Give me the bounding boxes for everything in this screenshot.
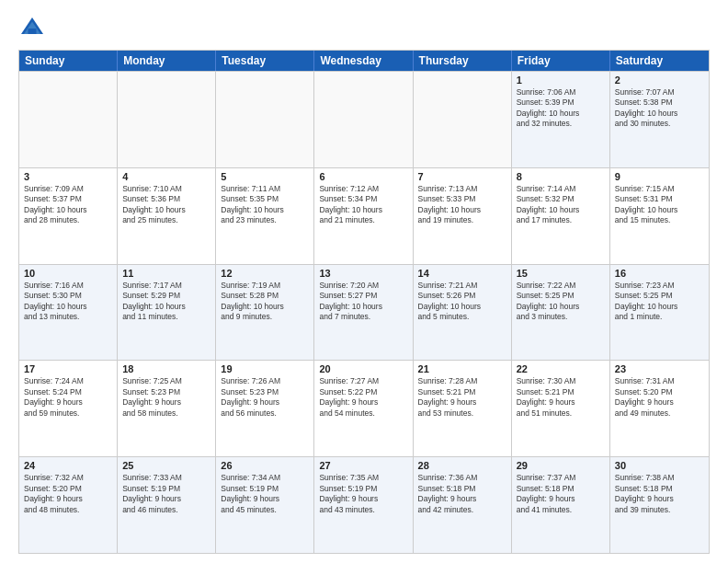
day-number: 9	[615, 171, 704, 182]
cell-info: Sunrise: 7:14 AMSunset: 5:32 PMDaylight:…	[517, 184, 605, 226]
cal-cell-r4-c3: 27Sunrise: 7:35 AMSunset: 5:19 PMDayligh…	[314, 457, 413, 553]
cell-info: Sunrise: 7:35 AMSunset: 5:19 PMDaylight:…	[319, 473, 407, 515]
cal-cell-r2-c4: 14Sunrise: 7:21 AMSunset: 5:26 PMDayligh…	[414, 265, 512, 361]
cal-cell-r0-c0	[19, 72, 118, 167]
day-number: 22	[517, 363, 605, 374]
cal-cell-r1-c1: 4Sunrise: 7:10 AMSunset: 5:36 PMDaylight…	[118, 168, 216, 264]
day-number: 30	[615, 460, 704, 471]
cal-cell-r0-c5: 1Sunrise: 7:06 AMSunset: 5:39 PMDaylight…	[512, 72, 610, 167]
cell-info: Sunrise: 7:16 AMSunset: 5:30 PMDaylight:…	[24, 281, 112, 323]
day-number: 7	[418, 171, 506, 182]
day-number: 26	[221, 460, 309, 471]
col-header-sunday: Sunday	[19, 51, 118, 71]
cell-info: Sunrise: 7:07 AMSunset: 5:38 PMDaylight:…	[615, 87, 704, 130]
cell-info: Sunrise: 7:28 AMSunset: 5:21 PMDaylight:…	[418, 376, 506, 419]
cell-info: Sunrise: 7:10 AMSunset: 5:36 PMDaylight:…	[122, 184, 210, 226]
calendar: SundayMondayTuesdayWednesdayThursdayFrid…	[18, 50, 710, 554]
day-number: 11	[122, 268, 210, 279]
col-header-tuesday: Tuesday	[216, 51, 314, 71]
cal-row-3: 17Sunrise: 7:24 AMSunset: 5:24 PMDayligh…	[19, 360, 709, 456]
day-number: 8	[517, 171, 605, 182]
cell-info: Sunrise: 7:17 AMSunset: 5:29 PMDaylight:…	[122, 281, 210, 323]
day-number: 28	[418, 460, 506, 471]
cal-cell-r4-c5: 29Sunrise: 7:37 AMSunset: 5:18 PMDayligh…	[512, 457, 610, 553]
cell-info: Sunrise: 7:11 AMSunset: 5:35 PMDaylight:…	[221, 184, 309, 226]
day-number: 3	[24, 171, 112, 182]
day-number: 2	[615, 75, 704, 86]
col-header-saturday: Saturday	[610, 51, 709, 71]
day-number: 18	[122, 363, 210, 374]
cell-info: Sunrise: 7:12 AMSunset: 5:34 PMDaylight:…	[319, 184, 407, 226]
day-number: 4	[122, 171, 210, 182]
header	[18, 15, 710, 42]
day-number: 29	[517, 460, 605, 471]
cal-cell-r3-c0: 17Sunrise: 7:24 AMSunset: 5:24 PMDayligh…	[19, 361, 118, 456]
cell-info: Sunrise: 7:21 AMSunset: 5:26 PMDaylight:…	[418, 281, 506, 323]
cal-cell-r1-c5: 8Sunrise: 7:14 AMSunset: 5:32 PMDaylight…	[512, 168, 610, 264]
cell-info: Sunrise: 7:09 AMSunset: 5:37 PMDaylight:…	[24, 184, 112, 226]
cell-info: Sunrise: 7:20 AMSunset: 5:27 PMDaylight:…	[319, 281, 407, 323]
cal-cell-r2-c2: 12Sunrise: 7:19 AMSunset: 5:28 PMDayligh…	[216, 265, 314, 361]
cal-row-2: 10Sunrise: 7:16 AMSunset: 5:30 PMDayligh…	[19, 264, 709, 361]
day-number: 6	[319, 171, 407, 182]
svg-rect-2	[28, 29, 37, 34]
day-number: 13	[319, 268, 407, 279]
cell-info: Sunrise: 7:19 AMSunset: 5:28 PMDaylight:…	[221, 281, 309, 323]
cal-cell-r3-c5: 22Sunrise: 7:30 AMSunset: 5:21 PMDayligh…	[512, 361, 610, 456]
cal-cell-r4-c2: 26Sunrise: 7:34 AMSunset: 5:19 PMDayligh…	[216, 457, 314, 553]
cell-info: Sunrise: 7:36 AMSunset: 5:18 PMDaylight:…	[418, 473, 506, 515]
day-number: 14	[418, 268, 506, 279]
cell-info: Sunrise: 7:06 AMSunset: 5:39 PMDaylight:…	[517, 87, 605, 130]
cal-cell-r2-c3: 13Sunrise: 7:20 AMSunset: 5:27 PMDayligh…	[314, 265, 413, 361]
col-header-wednesday: Wednesday	[314, 51, 413, 71]
cal-cell-r0-c4	[414, 72, 512, 167]
day-number: 25	[122, 460, 210, 471]
cell-info: Sunrise: 7:37 AMSunset: 5:18 PMDaylight:…	[517, 473, 605, 515]
day-number: 23	[615, 363, 704, 374]
calendar-header: SundayMondayTuesdayWednesdayThursdayFrid…	[19, 51, 709, 71]
cal-cell-r2-c0: 10Sunrise: 7:16 AMSunset: 5:30 PMDayligh…	[19, 265, 118, 361]
logo	[18, 15, 50, 42]
cal-row-0: 1Sunrise: 7:06 AMSunset: 5:39 PMDaylight…	[19, 71, 709, 167]
page: SundayMondayTuesdayWednesdayThursdayFrid…	[0, 0, 728, 563]
cal-cell-r2-c5: 15Sunrise: 7:22 AMSunset: 5:25 PMDayligh…	[512, 265, 610, 361]
cal-cell-r2-c6: 16Sunrise: 7:23 AMSunset: 5:25 PMDayligh…	[610, 265, 709, 361]
day-number: 20	[319, 363, 407, 374]
cell-info: Sunrise: 7:31 AMSunset: 5:20 PMDaylight:…	[615, 376, 704, 419]
cell-info: Sunrise: 7:34 AMSunset: 5:19 PMDaylight:…	[221, 473, 309, 515]
day-number: 12	[221, 268, 309, 279]
cal-cell-r3-c4: 21Sunrise: 7:28 AMSunset: 5:21 PMDayligh…	[414, 361, 512, 456]
day-number: 27	[319, 460, 407, 471]
cal-cell-r3-c3: 20Sunrise: 7:27 AMSunset: 5:22 PMDayligh…	[314, 361, 413, 456]
col-header-monday: Monday	[118, 51, 216, 71]
cal-cell-r3-c6: 23Sunrise: 7:31 AMSunset: 5:20 PMDayligh…	[610, 361, 709, 456]
col-header-friday: Friday	[512, 51, 610, 71]
cell-info: Sunrise: 7:23 AMSunset: 5:25 PMDaylight:…	[615, 281, 704, 323]
day-number: 21	[418, 363, 506, 374]
cal-cell-r1-c4: 7Sunrise: 7:13 AMSunset: 5:33 PMDaylight…	[414, 168, 512, 264]
cell-info: Sunrise: 7:32 AMSunset: 5:20 PMDaylight:…	[24, 473, 112, 515]
logo-icon	[18, 15, 46, 42]
cell-info: Sunrise: 7:22 AMSunset: 5:25 PMDaylight:…	[517, 281, 605, 323]
cal-cell-r1-c6: 9Sunrise: 7:15 AMSunset: 5:31 PMDaylight…	[610, 168, 709, 264]
cell-info: Sunrise: 7:26 AMSunset: 5:23 PMDaylight:…	[221, 376, 309, 419]
cal-cell-r1-c3: 6Sunrise: 7:12 AMSunset: 5:34 PMDaylight…	[314, 168, 413, 264]
cell-info: Sunrise: 7:25 AMSunset: 5:23 PMDaylight:…	[122, 376, 210, 419]
cell-info: Sunrise: 7:33 AMSunset: 5:19 PMDaylight:…	[122, 473, 210, 515]
cell-info: Sunrise: 7:13 AMSunset: 5:33 PMDaylight:…	[418, 184, 506, 226]
cal-cell-r2-c1: 11Sunrise: 7:17 AMSunset: 5:29 PMDayligh…	[118, 265, 216, 361]
day-number: 16	[615, 268, 704, 279]
col-header-thursday: Thursday	[414, 51, 512, 71]
cal-cell-r1-c2: 5Sunrise: 7:11 AMSunset: 5:35 PMDaylight…	[216, 168, 314, 264]
cell-info: Sunrise: 7:30 AMSunset: 5:21 PMDaylight:…	[517, 376, 605, 419]
cal-cell-r0-c3	[314, 72, 413, 167]
cal-cell-r4-c6: 30Sunrise: 7:38 AMSunset: 5:18 PMDayligh…	[610, 457, 709, 553]
day-number: 1	[517, 75, 605, 86]
cal-cell-r4-c0: 24Sunrise: 7:32 AMSunset: 5:20 PMDayligh…	[19, 457, 118, 553]
cell-info: Sunrise: 7:15 AMSunset: 5:31 PMDaylight:…	[615, 184, 704, 226]
cal-cell-r0-c1	[118, 72, 216, 167]
cell-info: Sunrise: 7:38 AMSunset: 5:18 PMDaylight:…	[615, 473, 704, 515]
cal-cell-r0-c2	[216, 72, 314, 167]
cal-row-1: 3Sunrise: 7:09 AMSunset: 5:37 PMDaylight…	[19, 167, 709, 264]
cal-cell-r4-c1: 25Sunrise: 7:33 AMSunset: 5:19 PMDayligh…	[118, 457, 216, 553]
